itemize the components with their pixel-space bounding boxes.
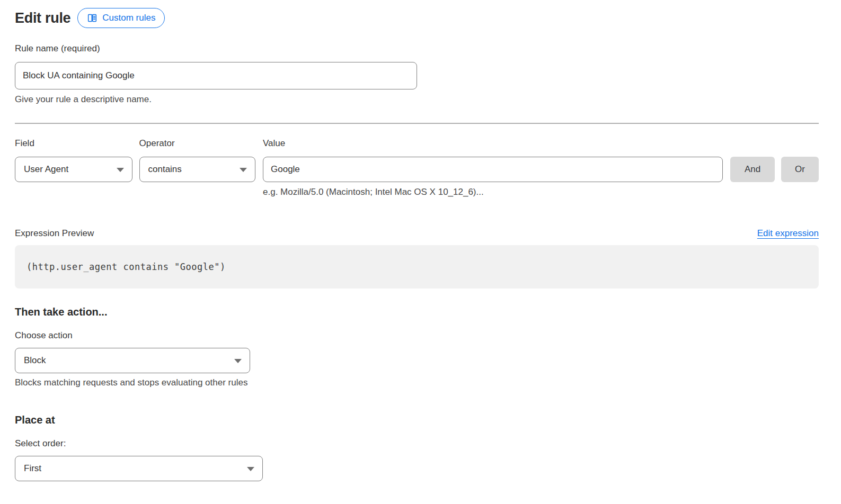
choose-action-label: Choose action: [15, 330, 819, 341]
place-at-heading: Place at: [15, 414, 819, 426]
expression-preview-label: Expression Preview: [15, 228, 94, 239]
edit-rule-form: Edit rule Custom rules Rule name (requir…: [15, 8, 819, 481]
chevron-down-icon: [117, 168, 124, 172]
action-select-value: Block: [24, 355, 46, 366]
operator-label: Operator: [139, 138, 256, 149]
edit-rule-page: Edit rule Custom rules Rule name (requir…: [0, 0, 841, 504]
custom-rules-button[interactable]: Custom rules: [77, 8, 165, 28]
field-select-value: User Agent: [24, 164, 68, 175]
action-helper: Blocks matching requests and stops evalu…: [15, 377, 819, 388]
operator-select[interactable]: contains: [139, 157, 256, 182]
operator-column: Operator contains: [139, 138, 256, 197]
field-select[interactable]: User Agent: [15, 157, 132, 182]
chevron-down-icon: [240, 168, 247, 172]
placement-section: Place at Select order: First: [15, 414, 819, 481]
expression-preview-section: Expression Preview Edit expression (http…: [15, 228, 819, 289]
custom-rules-label: Custom rules: [102, 13, 155, 23]
open-book-icon: [87, 13, 98, 23]
expression-preview-header: Expression Preview Edit expression: [15, 228, 819, 239]
and-button[interactable]: And: [730, 157, 775, 182]
section-divider: [15, 123, 819, 124]
rule-name-helper: Give your rule a descriptive name.: [15, 94, 819, 105]
rule-name-group: Rule name (required) Give your rule a de…: [15, 43, 819, 105]
edit-expression-link[interactable]: Edit expression: [757, 228, 819, 239]
or-button[interactable]: Or: [781, 157, 819, 182]
page-title: Edit rule: [15, 10, 70, 26]
value-helper: e.g. Mozilla/5.0 (Macintosh; Intel Mac O…: [263, 187, 723, 197]
value-input[interactable]: [263, 157, 723, 182]
chevron-down-icon: [234, 359, 242, 363]
select-order-label: Select order:: [15, 438, 819, 449]
order-select-value: First: [24, 463, 41, 474]
expression-code-block: (http.user_agent contains "Google"): [15, 245, 819, 289]
value-column: Value e.g. Mozilla/5.0 (Macintosh; Intel…: [263, 138, 723, 197]
action-select[interactable]: Block: [15, 348, 250, 373]
operator-select-value: contains: [148, 164, 182, 175]
action-heading: Then take action...: [15, 306, 819, 318]
value-label: Value: [263, 138, 723, 149]
expression-code: (http.user_agent contains "Google"): [26, 262, 226, 272]
condition-builder-row: Field User Agent Operator contains Value…: [15, 138, 819, 197]
order-select[interactable]: First: [15, 456, 263, 481]
chevron-down-icon: [247, 467, 254, 471]
action-section: Then take action... Choose action Block …: [15, 306, 819, 388]
page-header: Edit rule Custom rules: [15, 8, 819, 28]
rule-name-input[interactable]: [15, 62, 417, 89]
field-label: Field: [15, 138, 132, 149]
field-column: Field User Agent: [15, 138, 132, 197]
condition-logic-buttons: And Or: [723, 138, 819, 197]
rule-name-label: Rule name (required): [15, 43, 819, 54]
